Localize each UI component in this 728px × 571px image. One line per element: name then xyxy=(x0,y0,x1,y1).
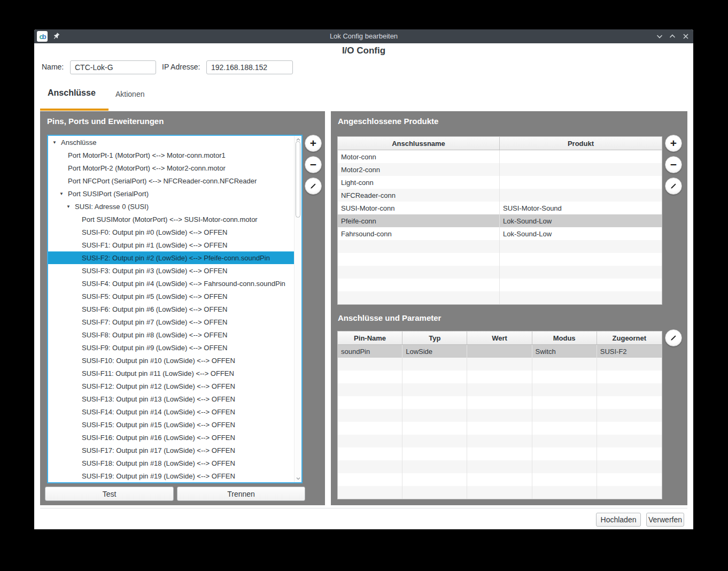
tree-item[interactable]: SUSI-F18: Output pin #18 (LowSide) <--> … xyxy=(48,457,294,469)
tree-item[interactable]: SUSI-F5: Output pin #5 (LowSide) <--> OF… xyxy=(48,290,294,303)
pins-tree[interactable]: ▼AnschlüssePort MotorPt-1 (MotorPort) <-… xyxy=(47,135,303,483)
tree-item[interactable]: SUSI-F0: Output pin #0 (LowSide) <--> OF… xyxy=(48,226,294,238)
table-row-empty[interactable] xyxy=(338,240,662,253)
column-header[interactable]: Modus xyxy=(532,331,597,344)
tree-item[interactable]: ▼Anschlüsse xyxy=(48,136,294,149)
minus-icon: − xyxy=(670,158,677,171)
tree-item[interactable]: Port MotorPt-1 (MotorPort) <--> Motor-co… xyxy=(48,149,294,161)
tree-item[interactable]: ▼Port SUSIPort (SerialPort) xyxy=(48,187,294,200)
tree-item[interactable]: SUSI-F3: Output pin #3 (LowSide) <--> OF… xyxy=(48,264,294,277)
tree-item[interactable]: SUSI-F7: Output pin #7 (LowSide) <--> OF… xyxy=(48,315,294,328)
tree-item[interactable]: SUSI-F1: Output pin #1 (LowSide) <--> OF… xyxy=(48,238,294,251)
table-row-empty[interactable] xyxy=(338,422,662,435)
name-field[interactable] xyxy=(70,60,156,74)
tab-aktionen[interactable]: Aktionen xyxy=(115,90,144,98)
table-row-empty[interactable] xyxy=(338,266,662,279)
maximize-button[interactable] xyxy=(668,32,677,41)
column-header[interactable]: Wert xyxy=(467,331,532,344)
tree-item[interactable]: SUSI-F11: Output pin #11 (LowSide) <--> … xyxy=(48,367,294,380)
table-row[interactable]: soundPinLowSideSwitchSUSI-F2 xyxy=(338,345,662,358)
tree-item-label: SUSI-F13: Output pin #13 (LowSide) <--> … xyxy=(82,395,235,403)
table-cell xyxy=(467,460,532,473)
table-row-empty[interactable] xyxy=(338,371,662,383)
tree-remove-button[interactable]: − xyxy=(305,156,322,173)
disconnect-button[interactable]: Trennen xyxy=(177,487,305,501)
column-header[interactable]: Anschlussname xyxy=(338,137,500,150)
tree-item-label: SUSI-F3: Output pin #3 (LowSide) <--> OF… xyxy=(82,267,227,275)
scrollbar-thumb[interactable] xyxy=(296,141,300,218)
parameters-table[interactable]: Pin-NameTypWertModusZugeornetsoundPinLow… xyxy=(337,331,662,499)
table-row-empty[interactable] xyxy=(338,435,662,447)
table-row-empty[interactable] xyxy=(338,358,662,371)
column-header[interactable]: Produkt xyxy=(500,137,662,150)
parameter-edit-button[interactable] xyxy=(665,329,682,346)
table-row-empty[interactable] xyxy=(338,279,662,291)
tree-item[interactable]: Port SUSIMotor (MotorPort) <--> SUSI-Mot… xyxy=(48,213,294,226)
titlebar[interactable]: cb Lok Config bearbeiten xyxy=(34,29,693,43)
expander-arrow-icon[interactable]: ▼ xyxy=(52,140,61,145)
discard-button[interactable]: Verwerfen xyxy=(646,513,684,527)
tree-item-label: SUSI-F0: Output pin #0 (LowSide) <--> OF… xyxy=(82,228,227,236)
table-cell: SUSI-Motor-Sound xyxy=(500,202,662,214)
tree-add-button[interactable]: + xyxy=(305,135,322,152)
table-row-empty[interactable] xyxy=(338,447,662,460)
table-cell xyxy=(500,279,662,291)
tree-item[interactable]: SUSI-F19: Output pin #19 (LowSide) <--> … xyxy=(48,469,294,482)
tree-item[interactable]: SUSI-F13: Output pin #13 (LowSide) <--> … xyxy=(48,392,294,405)
table-cell: soundPin xyxy=(338,345,402,358)
tree-item[interactable]: Port MotorPt-2 (MotorPort) <--> Motor2-c… xyxy=(48,161,294,174)
table-cell xyxy=(338,291,500,304)
table-row-empty[interactable] xyxy=(338,383,662,396)
expander-arrow-icon[interactable]: ▼ xyxy=(66,204,75,209)
column-header[interactable]: Typ xyxy=(402,331,467,344)
table-row[interactable]: SUSI-Motor-connSUSI-Motor-Sound xyxy=(338,202,662,214)
tree-item[interactable]: ▼SUSI: Adresse 0 (SUSI) xyxy=(48,200,294,213)
table-row[interactable]: Motor-conn xyxy=(338,150,662,163)
ip-address-field[interactable] xyxy=(206,60,293,74)
table-row-empty[interactable] xyxy=(338,409,662,422)
tree-item[interactable]: SUSI-F12: Output pin #12 (LowSide) <--> … xyxy=(48,380,294,392)
tree-item[interactable]: SUSI-F14: Output pin #14 (LowSide) <--> … xyxy=(48,405,294,418)
test-button[interactable]: Test xyxy=(45,487,174,501)
tree-scrollbar[interactable] xyxy=(294,136,301,482)
upload-button[interactable]: Hochladen xyxy=(596,513,641,527)
tab-anschluesse[interactable]: Anschlüsse xyxy=(48,88,96,98)
table-row[interactable]: Motor2-conn xyxy=(338,163,662,176)
tree-edit-button[interactable] xyxy=(305,178,322,195)
table-row[interactable]: Fahrsound-connLok-Sound-Low xyxy=(338,227,662,240)
product-remove-button[interactable]: − xyxy=(665,156,682,173)
tree-item[interactable]: SUSI-F8: Output pin #8 (LowSide) <--> OF… xyxy=(48,328,294,341)
product-edit-button[interactable] xyxy=(665,178,682,195)
product-add-button[interactable]: + xyxy=(665,135,682,152)
products-table[interactable]: AnschlussnameProduktMotor-connMotor2-con… xyxy=(337,136,662,305)
table-cell xyxy=(338,358,402,371)
tree-item[interactable]: SUSI-F17: Output pin #17 (LowSide) <--> … xyxy=(48,444,294,457)
tree-item[interactable]: SUSI-F2: Output pin #2 (LowSide) <--> Pf… xyxy=(48,251,294,264)
table-row-empty[interactable] xyxy=(338,396,662,409)
tree-item-label: SUSI-F10: Output pin #10 (LowSide) <--> … xyxy=(82,357,235,365)
tree-item[interactable]: SUSI-F6: Output pin #6 (LowSide) <--> OF… xyxy=(48,303,294,315)
tree-item[interactable]: SUSI-F15: Output pin #15 (LowSide) <--> … xyxy=(48,418,294,431)
table-row[interactable]: Pfeife-connLok-Sound-Low xyxy=(338,214,662,227)
tree-item[interactable]: SUSI-F10: Output pin #10 (LowSide) <--> … xyxy=(48,354,294,367)
column-header[interactable]: Zugeornet xyxy=(597,331,662,344)
table-cell xyxy=(597,409,662,422)
table-row-empty[interactable] xyxy=(338,460,662,473)
tree-item[interactable]: Port NFCPort (SerialPort) <--> NFCReader… xyxy=(48,174,294,187)
table-row-empty[interactable] xyxy=(338,473,662,486)
expander-arrow-icon[interactable]: ▼ xyxy=(59,191,68,196)
table-cell xyxy=(402,383,467,396)
table-row-empty[interactable] xyxy=(338,253,662,266)
table-row-empty[interactable] xyxy=(338,486,662,499)
minimize-button[interactable] xyxy=(655,32,664,41)
close-button[interactable] xyxy=(681,32,690,41)
tree-item[interactable]: SUSI-F4: Output pin #4 (LowSide) <--> Fa… xyxy=(48,277,294,290)
table-row[interactable]: NFCReader-conn xyxy=(338,189,662,202)
tree-item[interactable]: SUSI-F16: Output pin #16 (LowSide) <--> … xyxy=(48,431,294,444)
column-header[interactable]: Pin-Name xyxy=(338,331,402,344)
table-cell xyxy=(500,253,662,266)
table-row-empty[interactable] xyxy=(338,291,662,304)
tree-item[interactable]: SUSI-F9: Output pin #9 (LowSide) <--> OF… xyxy=(48,341,294,354)
table-row[interactable]: Light-conn xyxy=(338,176,662,189)
scroll-down-icon[interactable] xyxy=(295,475,301,482)
